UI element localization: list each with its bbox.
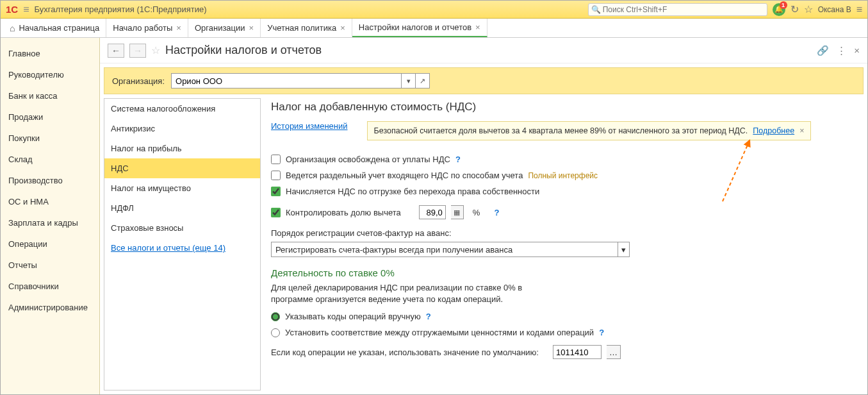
tab-label: Учетная политика (267, 23, 336, 33)
tab-label: Настройки налогов и отчетов (359, 22, 471, 32)
invoice-order-label: Порядок регистрации счетов-фактур на ава… (271, 228, 853, 238)
shipment-vat-label: Начисляется НДС по отгрузке без перехода… (286, 187, 539, 196)
star-icon[interactable]: ☆ (151, 44, 160, 56)
settings-nav-all-link[interactable]: Все налоги и отчеты (еще 14) (104, 238, 260, 258)
tab-label: Организации (195, 23, 245, 33)
settings-nav-insurance[interactable]: Страховые взносы (104, 218, 260, 238)
safe-share-notice: Безопасной считается доля вычетов за 4 к… (367, 121, 812, 140)
tab-tax-settings[interactable]: Настройки налогов и отчетов × (352, 19, 487, 37)
back-button[interactable]: ← (108, 44, 124, 58)
user-name[interactable]: Оксана В (818, 5, 851, 14)
settings-nav-anticrisis[interactable]: Антикризис (104, 119, 260, 139)
forward-button[interactable]: → (129, 44, 146, 58)
history-icon[interactable]: ↻ (790, 3, 799, 15)
settings-nav-tax-system[interactable]: Система налогообложения (104, 99, 260, 119)
notice-close-icon[interactable]: × (799, 126, 804, 135)
organization-label: Организация: (112, 76, 165, 86)
sidenav-item-purchases[interactable]: Покупки (1, 128, 99, 149)
sidenav-item-warehouse[interactable]: Склад (1, 149, 99, 170)
close-icon[interactable]: × (340, 23, 345, 33)
search-icon: 🔍 (591, 5, 601, 14)
vat-exempt-label: Организация освобождена от уплаты НДС (286, 155, 450, 164)
tab-accounting-policy[interactable]: Учетная политика × (261, 19, 352, 37)
vat-exempt-checkbox[interactable] (271, 155, 281, 164)
organization-open-button[interactable]: ↗ (416, 73, 430, 88)
help-icon[interactable]: ? (599, 328, 604, 337)
notification-badge: 1 (780, 1, 787, 9)
global-search: 🔍 (588, 3, 767, 16)
sidenav: Главное Руководителю Банк и касса Продаж… (1, 38, 100, 394)
sidenav-item-operations[interactable]: Операции (1, 233, 99, 255)
tab-start[interactable]: Начало работы × (106, 19, 188, 37)
settings-nav-vat[interactable]: НДС (104, 158, 260, 178)
sidenav-item-main[interactable]: Главное (1, 43, 99, 64)
chevron-down-icon[interactable]: ▾ (618, 242, 629, 256)
pagebar: ← → ☆ Настройки налогов и отчетов 🔗 ⋮ × (100, 38, 867, 63)
organization-bar: Организация: ▾ ↗ (104, 67, 864, 94)
codes-manual-radio[interactable] (271, 312, 280, 321)
help-icon[interactable]: ? (426, 312, 431, 321)
favorite-icon[interactable]: ☆ (804, 3, 813, 15)
zero-rate-heading: Деятельность по ставке 0% (271, 267, 853, 278)
ellipsis-button[interactable]: … (607, 345, 621, 359)
settings-nav-profit-tax[interactable]: Налог на прибыль (104, 139, 260, 158)
full-interface-hint: Полный интерфейс (528, 171, 598, 180)
notice-more-link[interactable]: Подробнее (753, 126, 794, 135)
codes-manual-label: Указывать коды операций вручную (285, 312, 421, 321)
sidenav-item-reports[interactable]: Отчеты (1, 255, 99, 276)
close-icon[interactable]: × (176, 23, 181, 33)
organization-input[interactable] (171, 73, 402, 88)
sidenav-item-admin[interactable]: Администрирование (1, 297, 99, 318)
separate-accounting-label: Ведется раздельный учет входящего НДС по… (286, 171, 523, 180)
sidenav-item-sales[interactable]: Продажи (1, 106, 99, 128)
settings-nav: Система налогообложения Антикризис Налог… (104, 98, 261, 391)
codes-auto-radio[interactable] (271, 328, 280, 337)
calculator-icon[interactable]: ▦ (451, 205, 464, 219)
codes-auto-label: Установить соответствие между отгружаемы… (285, 328, 594, 337)
more-icon[interactable]: ⋮ (837, 45, 846, 56)
help-icon[interactable]: ? (455, 155, 461, 164)
notice-text: Безопасной считается доля вычетов за 4 к… (374, 126, 748, 135)
zero-rate-description: Для целей декларирования НДС при реализа… (271, 282, 540, 305)
sidenav-item-payroll[interactable]: Зарплата и кадры (1, 212, 99, 233)
search-input[interactable] (588, 3, 767, 16)
control-share-input[interactable] (419, 205, 446, 219)
app-logo: 1C (6, 4, 18, 15)
sidenav-item-references[interactable]: Справочники (1, 276, 99, 297)
form-heading: Налог на добавленную стоимость (НДС) (271, 101, 853, 113)
organization-dropdown-button[interactable]: ▾ (402, 73, 416, 88)
shipment-vat-checkbox[interactable] (271, 187, 281, 196)
close-icon[interactable]: × (249, 23, 254, 33)
menu-icon[interactable]: ≡ (856, 4, 862, 15)
default-code-input[interactable] (553, 345, 602, 359)
tab-organizations[interactable]: Организации × (188, 19, 261, 37)
link-icon[interactable]: 🔗 (817, 45, 829, 56)
invoice-order-select[interactable]: Регистрировать счета-фактуры всегда при … (271, 242, 630, 257)
app-title: Бухгалтерия предприятия (1С:Предприятие) (35, 4, 207, 14)
separate-accounting-checkbox[interactable] (271, 171, 281, 180)
history-link[interactable]: История изменений (271, 121, 348, 131)
notifications-button[interactable]: 🔔1 (773, 3, 785, 16)
tab-label: Начало работы (113, 23, 172, 33)
page-title: Настройки налогов и отчетов (165, 44, 322, 57)
hamburger-icon[interactable]: ≡ (23, 4, 29, 15)
close-icon[interactable]: × (475, 22, 480, 32)
default-code-label: Если код операции не указан, использоват… (271, 348, 539, 357)
home-icon: ⌂ (10, 23, 15, 33)
control-share-checkbox[interactable] (271, 208, 281, 217)
settings-nav-ndfl[interactable]: НДФЛ (104, 198, 260, 218)
tabbar: ⌂ Начальная страница Начало работы × Орг… (1, 19, 867, 38)
close-page-icon[interactable]: × (854, 45, 860, 56)
sidenav-item-bank[interactable]: Банк и касса (1, 85, 99, 106)
sidenav-item-assets[interactable]: ОС и НМА (1, 191, 99, 212)
control-share-label: Контролировать долю вычета (286, 208, 401, 217)
sidenav-item-manager[interactable]: Руководителю (1, 64, 99, 85)
invoice-order-value: Регистрировать счета-фактуры всегда при … (275, 245, 512, 255)
sidenav-item-production[interactable]: Производство (1, 170, 99, 191)
percent-label: % (473, 208, 480, 217)
help-icon[interactable]: ? (494, 208, 499, 217)
tab-label: Начальная страница (19, 23, 99, 33)
vat-form: Налог на добавленную стоимость (НДС) Ист… (261, 98, 864, 391)
tab-home[interactable]: ⌂ Начальная страница (3, 19, 106, 37)
settings-nav-property-tax[interactable]: Налог на имущество (104, 178, 260, 198)
